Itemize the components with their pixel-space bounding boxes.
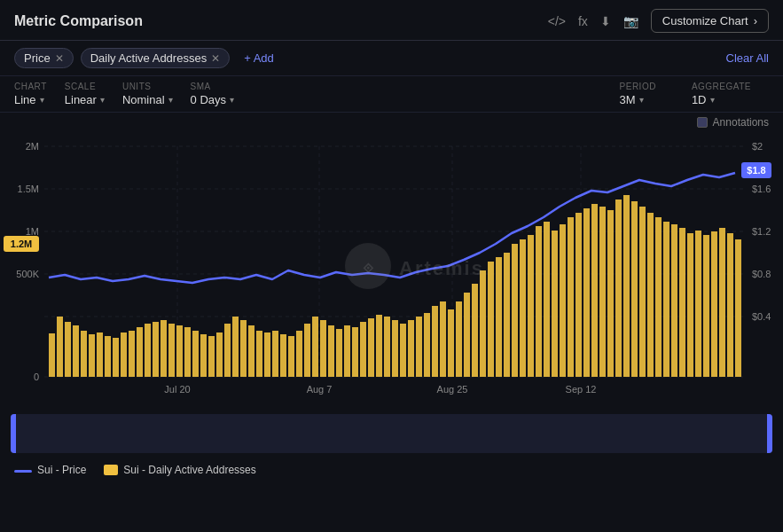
- svg-rect-99: [639, 207, 646, 377]
- svg-rect-81: [496, 257, 502, 377]
- aggregate-control: AGGREGATE 1D ▾: [692, 82, 751, 106]
- svg-rect-80: [488, 262, 494, 377]
- fx-icon[interactable]: fx: [578, 14, 588, 28]
- price-tag: Price ✕: [14, 48, 74, 68]
- svg-rect-104: [679, 228, 685, 377]
- chart-type-control: CHART Line ▾: [14, 82, 47, 106]
- svg-rect-45: [208, 336, 215, 377]
- aggregate-select[interactable]: 1D ▾: [692, 93, 751, 106]
- svg-rect-62: [344, 325, 350, 377]
- svg-rect-93: [591, 204, 598, 377]
- svg-rect-76: [456, 301, 462, 377]
- svg-rect-90: [568, 217, 574, 377]
- svg-rect-69: [400, 324, 406, 377]
- svg-rect-34: [121, 332, 127, 377]
- svg-rect-56: [296, 331, 302, 377]
- svg-rect-74: [440, 301, 446, 377]
- svg-rect-92: [583, 208, 590, 377]
- price-tag-close[interactable]: ✕: [55, 52, 64, 65]
- svg-rect-65: [368, 318, 374, 377]
- svg-rect-79: [480, 270, 486, 377]
- svg-text:$1.2: $1.2: [752, 226, 771, 237]
- svg-rect-59: [320, 320, 326, 377]
- period-group: PERIOD 3M ▾ AGGREGATE 1D ▾: [620, 82, 769, 106]
- legend-price-label: Sui - Price: [37, 464, 86, 476]
- scale-chevron: ▾: [100, 95, 105, 105]
- page-title: Metric Comparison: [14, 13, 143, 29]
- svg-rect-110: [727, 233, 733, 377]
- svg-rect-37: [145, 324, 151, 377]
- svg-rect-71: [416, 317, 422, 377]
- svg-rect-96: [615, 200, 622, 377]
- svg-rect-70: [408, 320, 414, 377]
- svg-rect-91: [576, 213, 582, 377]
- clear-all-button[interactable]: Clear All: [726, 51, 769, 65]
- svg-text:$0.4: $0.4: [752, 311, 771, 322]
- svg-rect-36: [137, 327, 143, 377]
- mini-chart-svg: [11, 414, 772, 453]
- svg-text:0: 0: [34, 372, 39, 382]
- svg-rect-101: [655, 217, 662, 377]
- svg-text:500K: 500K: [16, 269, 39, 279]
- svg-rect-107: [703, 235, 709, 377]
- svg-rect-102: [663, 222, 669, 377]
- svg-rect-25: [49, 333, 55, 377]
- svg-rect-28: [73, 325, 79, 377]
- mini-chart-left-handle[interactable]: [11, 414, 16, 453]
- svg-rect-48: [232, 317, 239, 377]
- svg-rect-103: [671, 224, 677, 377]
- svg-rect-50: [248, 325, 254, 377]
- scale-select[interactable]: Linear ▾: [65, 93, 105, 106]
- main-chart: 2M 1.5M 1M 500K 0 $2 $1.6 $1.2 $0.8 $0.4…: [0, 129, 783, 412]
- svg-rect-54: [280, 334, 286, 377]
- aggregate-chevron: ▾: [710, 95, 715, 105]
- legend-daa-label: Sui - Daily Active Addresses: [123, 464, 255, 476]
- units-select[interactable]: Nominal ▾: [122, 93, 173, 106]
- svg-rect-97: [623, 195, 630, 377]
- svg-rect-75: [448, 309, 454, 377]
- daa-tag: Daily Active Addresses ✕: [81, 48, 231, 68]
- sma-select[interactable]: 0 Days ▾: [191, 93, 234, 106]
- svg-text:1.5M: 1.5M: [18, 184, 39, 194]
- svg-rect-98: [631, 201, 638, 377]
- svg-text:Aug 7: Aug 7: [307, 384, 333, 395]
- svg-rect-32: [105, 336, 111, 377]
- svg-rect-41: [176, 325, 183, 377]
- svg-rect-38: [153, 322, 159, 377]
- period-chevron: ▾: [639, 95, 644, 105]
- svg-rect-63: [352, 327, 358, 377]
- svg-rect-49: [240, 320, 247, 377]
- svg-rect-58: [312, 317, 318, 377]
- svg-rect-64: [360, 322, 366, 377]
- svg-rect-29: [81, 331, 87, 377]
- daa-tag-close[interactable]: ✕: [211, 52, 220, 65]
- svg-rect-94: [599, 207, 606, 377]
- svg-text:Jul 20: Jul 20: [164, 384, 190, 395]
- controls-row: CHART Line ▾ SCALE Linear ▾ UNITS Nomina…: [0, 76, 783, 113]
- download-icon[interactable]: ⬇: [600, 14, 611, 28]
- svg-rect-83: [512, 244, 518, 377]
- camera-icon[interactable]: 📷: [623, 14, 638, 28]
- code-icon[interactable]: </>: [548, 14, 566, 28]
- annotations-label: Annotations: [713, 116, 769, 129]
- annotations-checkbox[interactable]: [697, 117, 708, 128]
- customize-chart-button[interactable]: Customize Chart ›: [651, 9, 769, 33]
- svg-rect-27: [65, 322, 71, 377]
- chart-type-select[interactable]: Line ▾: [14, 93, 47, 106]
- svg-rect-55: [288, 336, 294, 377]
- mini-chart[interactable]: [11, 414, 772, 453]
- period-select[interactable]: 3M ▾: [620, 93, 656, 106]
- legend-row: Sui - Price Sui - Daily Active Addresses: [0, 455, 783, 485]
- svg-rect-87: [544, 222, 550, 377]
- svg-rect-26: [57, 317, 63, 377]
- svg-rect-52: [264, 332, 270, 377]
- legend-price-color: [14, 470, 32, 473]
- svg-rect-30: [89, 334, 95, 377]
- svg-text:$0.8: $0.8: [752, 269, 771, 279]
- mini-chart-right-handle[interactable]: [767, 414, 772, 453]
- scale-control: SCALE Linear ▾: [65, 82, 105, 106]
- add-metric-button[interactable]: + Add: [237, 49, 281, 67]
- tags-row: Price ✕ Daily Active Addresses ✕ + Add C…: [0, 41, 783, 76]
- svg-rect-73: [432, 306, 438, 377]
- chart-type-chevron: ▾: [40, 95, 44, 105]
